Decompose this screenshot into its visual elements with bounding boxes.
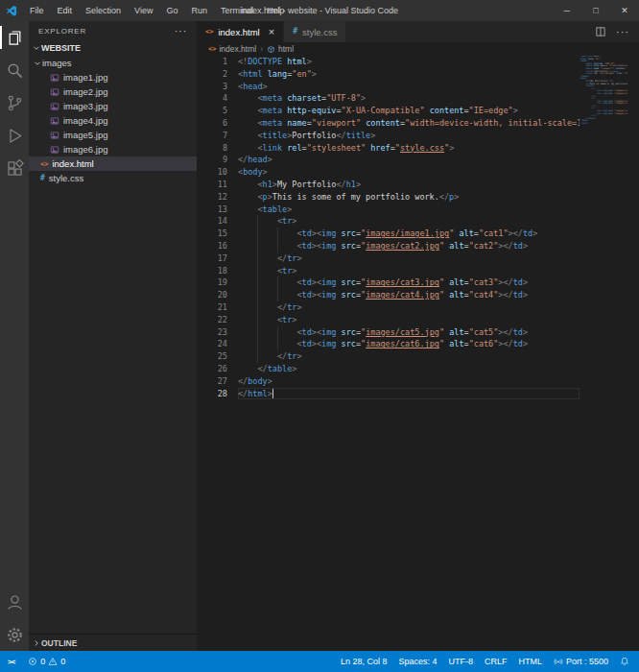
code-line-11[interactable]: 11 <h1>My Portfolio</h1> xyxy=(197,179,580,191)
indent-guide xyxy=(257,289,258,301)
file-tree-item-image2.jpg[interactable]: image2.jpg xyxy=(29,84,197,99)
activity-account[interactable] xyxy=(0,586,29,618)
outline-section[interactable]: OUTLINE xyxy=(29,634,197,651)
activity-run-debug[interactable] xyxy=(0,119,29,152)
overview-ruler[interactable] xyxy=(627,56,639,651)
code-line-15[interactable]: 15 <td><img src="images/image1.jpg" alt=… xyxy=(197,228,580,240)
menu-terminal[interactable]: Terminal xyxy=(214,0,260,21)
menu-file[interactable]: File xyxy=(23,0,51,21)
status-cursor-position[interactable]: Ln 28, Col 8 xyxy=(335,651,393,672)
status-notifications[interactable] xyxy=(614,651,635,672)
line-content: <head> xyxy=(238,81,580,93)
editor-more-actions-button[interactable]: ··· xyxy=(616,26,629,37)
line-content: <td><img src="images/cat5.jpg" alt="cat5… xyxy=(238,326,580,339)
code-line-12[interactable]: 12 <p>This is some of my portfolio work.… xyxy=(197,191,580,204)
code-editor[interactable]: 1<!DOCTYPE html>2<html lang="en">3<head>… xyxy=(197,56,580,651)
file-tree-item-index.html[interactable]: <>index.html xyxy=(29,156,197,171)
file-tree-item-image4.jpg[interactable]: image4.jpg xyxy=(29,113,197,128)
file-tree-item-image3.jpg[interactable]: image3.jpg xyxy=(29,99,197,113)
code-line-19[interactable]: 19 <td><img src="images/cat3.jpg" alt="c… xyxy=(197,276,580,289)
split-editor-icon[interactable] xyxy=(595,26,606,37)
line-content: <link rel="stylesheet" href="style.css"> xyxy=(238,142,580,155)
code-line-26[interactable]: 26 </table> xyxy=(197,363,580,375)
activity-extensions[interactable] xyxy=(0,152,29,184)
code-line-8[interactable]: 8 <link rel="stylesheet" href="style.css… xyxy=(197,142,580,155)
problems-indicator[interactable]: 00 xyxy=(22,651,71,672)
code-line-21[interactable]: 21 </tr> xyxy=(197,301,580,314)
activity-source-control[interactable] xyxy=(0,86,29,119)
maximize-button[interactable]: □ xyxy=(581,0,610,21)
outline-label: OUTLINE xyxy=(41,638,77,648)
menu-help[interactable]: Help xyxy=(260,0,292,21)
activity-settings[interactable] xyxy=(0,618,29,651)
line-number: 12 xyxy=(197,191,227,204)
code-line-10[interactable]: 10<body> xyxy=(197,166,580,179)
code-line-13[interactable]: 13 <table> xyxy=(197,204,580,216)
file-label: style.css xyxy=(49,173,83,183)
html-file-icon: <> xyxy=(40,159,48,169)
status-indentation[interactable]: Spaces: 4 xyxy=(392,651,442,672)
minimap[interactable]: <!DOCTYPE html><html lang="en"><head> <m… xyxy=(580,56,627,267)
status-eol[interactable]: CRLF xyxy=(479,651,513,672)
css-file-icon: # xyxy=(40,174,45,183)
code-line-16[interactable]: 16 <td><img src="images/cat2.jpg" alt="c… xyxy=(197,240,580,252)
file-tree-item-image5.jpg[interactable]: image5.jpg xyxy=(29,128,197,142)
code-line-23[interactable]: 23 <td><img src="images/cat5.jpg" alt="c… xyxy=(197,326,580,339)
menu-run[interactable]: Run xyxy=(184,0,214,21)
activity-explorer[interactable] xyxy=(0,21,29,54)
close-tab-icon[interactable]: × xyxy=(269,27,274,37)
remote-indicator[interactable]: >< xyxy=(0,651,22,672)
status-live-server-port[interactable]: Port : 5500 xyxy=(548,651,614,672)
explorer-more-actions-button[interactable]: ··· xyxy=(175,26,187,36)
close-button[interactable]: ✕ xyxy=(610,0,639,21)
code-line-4[interactable]: 4 <meta charset="UTF-8"> xyxy=(197,92,580,105)
tab-index.html[interactable]: <>index.html× xyxy=(197,21,284,42)
code-line-28[interactable]: 28</html> xyxy=(197,388,580,400)
file-tree-item-images[interactable]: images xyxy=(29,56,197,70)
breadcrumb-item-html[interactable]: html xyxy=(267,44,294,54)
code-line-7[interactable]: 7 <title>Portfolio</title> xyxy=(197,130,580,142)
line-number: 20 xyxy=(197,289,227,301)
line-content: <meta http-equiv="X-UA-Compatible" conte… xyxy=(238,105,580,117)
workspace-folder-header[interactable]: WEBSITE xyxy=(29,40,197,56)
code-line-18[interactable]: 18 <tr> xyxy=(197,265,580,277)
line-number: 10 xyxy=(197,166,227,179)
minimize-button[interactable]: ─ xyxy=(553,0,581,21)
line-number: 21 xyxy=(197,301,227,314)
text-cursor xyxy=(272,389,273,398)
source-control-icon xyxy=(6,94,24,112)
activity-search[interactable] xyxy=(0,54,29,86)
image-file-icon xyxy=(50,102,59,111)
code-line-3[interactable]: 3<head> xyxy=(197,81,580,93)
menu-selection[interactable]: Selection xyxy=(79,0,128,21)
line-content: <table> xyxy=(238,204,580,216)
menu-go[interactable]: Go xyxy=(159,0,184,21)
status-language-mode[interactable]: HTML xyxy=(512,651,548,672)
line-number: 7 xyxy=(197,130,227,142)
tab-label: index.html xyxy=(218,27,259,37)
code-line-14[interactable]: 14 <tr> xyxy=(197,215,580,228)
warning-count: 0 xyxy=(60,657,65,666)
code-line-6[interactable]: 6 <meta name="viewport" content="width=d… xyxy=(197,117,580,130)
code-line-25[interactable]: 25 </tr> xyxy=(197,350,580,363)
file-tree-item-image1.jpg[interactable]: image1.jpg xyxy=(29,70,197,84)
explorer-header: EXPLORER ··· xyxy=(29,21,197,40)
file-tree-item-image6.jpg[interactable]: image6.jpg xyxy=(29,142,197,156)
tab-style.css[interactable]: #style.css xyxy=(284,21,346,42)
indent-guide xyxy=(277,338,278,350)
code-line-9[interactable]: 9</head> xyxy=(197,154,580,166)
menu-view[interactable]: View xyxy=(128,0,159,21)
code-line-2[interactable]: 2<html lang="en"> xyxy=(197,68,580,81)
chevron-down-icon xyxy=(32,43,41,53)
file-tree-item-style.css[interactable]: #style.css xyxy=(29,171,197,185)
menu-edit[interactable]: Edit xyxy=(51,0,80,21)
code-line-22[interactable]: 22 <tr> xyxy=(197,314,580,326)
code-line-17[interactable]: 17 </tr> xyxy=(197,252,580,265)
code-line-27[interactable]: 27</body> xyxy=(197,375,580,388)
breadcrumb-item-index.html[interactable]: <>index.html xyxy=(208,44,256,54)
code-line-5[interactable]: 5 <meta http-equiv="X-UA-Compatible" con… xyxy=(197,105,580,117)
status-encoding[interactable]: UTF-8 xyxy=(442,651,479,672)
code-line-1[interactable]: 1<!DOCTYPE html> xyxy=(197,56,580,68)
code-line-24[interactable]: 24 <td><img src="images/cat6.jpg" alt="c… xyxy=(197,338,580,350)
code-line-20[interactable]: 20 <td><img src="images/cat4.jpg" alt="c… xyxy=(197,289,580,301)
